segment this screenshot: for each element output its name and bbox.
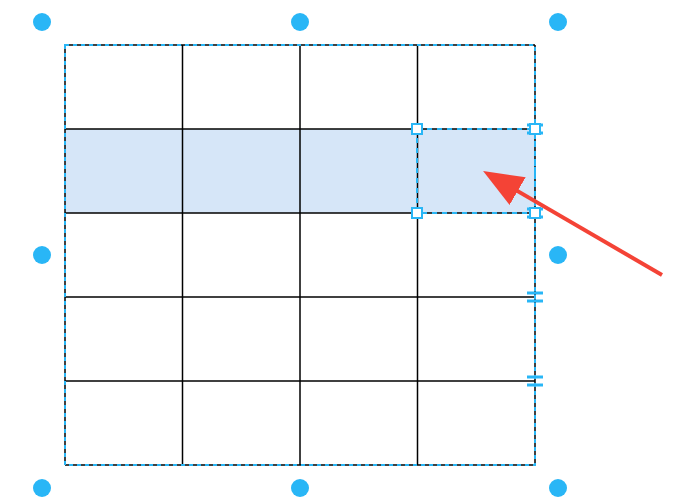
outer-resize-handle[interactable]	[549, 13, 567, 31]
inner-resize-handle[interactable]	[530, 208, 540, 218]
outer-resize-handle[interactable]	[33, 13, 51, 31]
outer-resize-handle[interactable]	[549, 246, 567, 264]
outer-resize-handle[interactable]	[33, 246, 51, 264]
outer-resize-handle[interactable]	[291, 479, 309, 497]
outer-resize-handle[interactable]	[549, 479, 567, 497]
annotation-arrow	[490, 175, 662, 275]
outer-resize-handle[interactable]	[291, 13, 309, 31]
outer-resize-handle[interactable]	[33, 479, 51, 497]
inner-resize-handle[interactable]	[412, 208, 422, 218]
diagram-canvas	[0, 0, 700, 504]
inner-resize-handle[interactable]	[530, 124, 540, 134]
inner-resize-handle[interactable]	[412, 124, 422, 134]
table-grid[interactable]	[65, 45, 535, 465]
